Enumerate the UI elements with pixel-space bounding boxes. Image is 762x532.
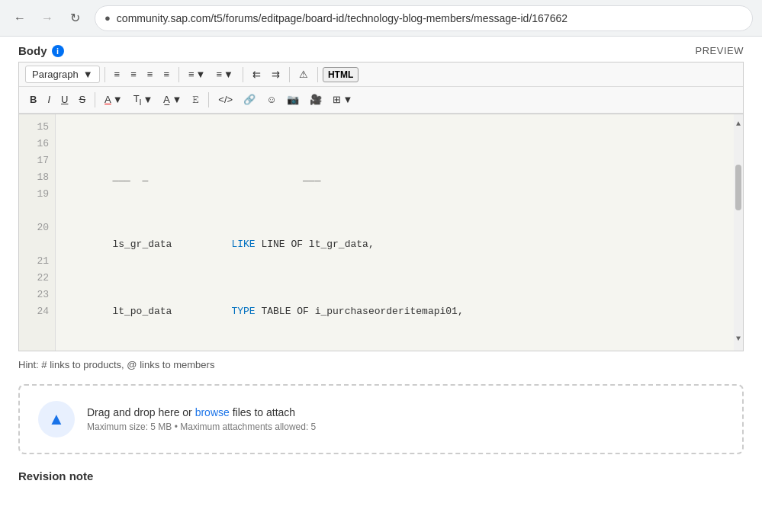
font-family-button[interactable]: A̲ ▼ <box>159 91 186 108</box>
dropdown-arrow-icon: ▼ <box>83 69 93 80</box>
code-line-15: ___ _ ___ <box>65 169 734 186</box>
font-family-arrow: ▼ <box>172 94 182 105</box>
emoji-icon: ☺ <box>266 94 276 105</box>
font-family-icon: A̲ <box>163 94 170 105</box>
photo-button[interactable]: 📷 <box>282 91 304 108</box>
attachment-main-text: Drag and drop here or browse files to at… <box>87 406 316 418</box>
link-icon: 🔗 <box>243 94 256 105</box>
line-num-19: 19 <box>25 186 49 203</box>
line-num-21: 21 <box>25 253 49 270</box>
editor-toolbar: Paragraph ▼ ≡ ≡ ≡ ≡ ≡ ▼ ≡ ▼ <box>18 62 744 114</box>
remove-format-icon: 𝙴 <box>192 94 199 106</box>
italic-icon: I <box>47 94 50 105</box>
line-num-16: 16 <box>25 136 49 152</box>
scroll-down-icon[interactable]: ▼ <box>735 329 742 349</box>
indent-button[interactable]: ⇉ <box>267 66 285 83</box>
line-num-22: 22 <box>25 270 49 287</box>
line-num-blank3 <box>25 320 49 337</box>
toolbar-row-1: Paragraph ▼ ≡ ≡ ≡ ≡ ≡ ▼ ≡ ▼ <box>19 62 743 87</box>
section-header: Body i PREVIEW <box>18 37 744 62</box>
page-content: Body i PREVIEW Paragraph ▼ ≡ ≡ ≡ ≡ <box>0 37 762 486</box>
toolbar-divider-6 <box>95 92 95 107</box>
upload-cloud-icon: ▲ <box>48 409 65 429</box>
body-label: Body <box>18 44 47 57</box>
attachment-area[interactable]: ▲ Drag and drop here or browse files to … <box>18 384 744 454</box>
code-content[interactable]: ___ _ ___ ls_gr_data LIKE LINE OF lt_gr_… <box>56 114 743 351</box>
align-left-icon: ≡ <box>114 69 121 80</box>
scroll-thumb[interactable] <box>735 165 741 210</box>
revision-title: Revision note <box>18 470 744 482</box>
code-icon: </> <box>218 94 233 105</box>
list-unordered-button[interactable]: ≡ ▼ <box>184 66 210 83</box>
table-button[interactable]: ⊞ ▼ <box>328 91 357 108</box>
toolbar-row-2: B I U S A ▼ TI ▼ A̲ ▼ <box>19 87 743 114</box>
list-ordered-button[interactable]: ≡ ▼ <box>211 66 237 83</box>
toolbar-divider-2 <box>178 67 179 82</box>
font-color-icon: A <box>104 94 111 105</box>
code-editor: 15 16 17 18 19 20 21 22 23 24 ___ _ <box>18 114 744 351</box>
after-text: files to attach <box>230 406 295 418</box>
outdent-icon: ⇇ <box>252 69 261 80</box>
font-color-arrow: ▼ <box>113 94 123 105</box>
hint-area: Hint: # links to products, @ links to me… <box>18 351 744 378</box>
code-button[interactable]: </> <box>214 91 237 108</box>
url-input[interactable] <box>117 12 743 24</box>
scroll-up-icon[interactable]: ▲ <box>735 114 742 134</box>
warning-icon: ⚠ <box>299 69 308 80</box>
font-color-button[interactable]: A ▼ <box>100 91 127 108</box>
align-left-button[interactable]: ≡ <box>110 66 125 83</box>
font-size-icon: TI <box>133 93 142 107</box>
strikethrough-icon: S <box>79 94 85 105</box>
table-arrow: ▼ <box>342 94 352 105</box>
list-ul-arrow: ▼ <box>196 69 206 80</box>
italic-button[interactable]: I <box>43 91 55 108</box>
line-num-blank1 <box>25 203 49 220</box>
align-justify-button[interactable]: ≡ <box>159 66 174 83</box>
toolbar-divider-3 <box>243 67 243 82</box>
table-icon: ⊞ <box>333 94 341 105</box>
align-right-icon: ≡ <box>147 69 153 80</box>
strikethrough-button[interactable]: S <box>74 91 90 108</box>
remove-format-button[interactable]: 𝙴 <box>188 91 204 109</box>
warning-button[interactable]: ⚠ <box>294 66 313 83</box>
revision-section: Revision note <box>18 460 744 486</box>
back-button[interactable]: ← <box>9 8 31 29</box>
scrollbar[interactable]: ▲ ▼ <box>734 114 743 351</box>
emoji-button[interactable]: ☺ <box>262 91 281 108</box>
align-center-icon: ≡ <box>130 69 137 80</box>
code-line-16: ls_gr_data LIKE LINE OF lt_gr_data, <box>65 236 734 253</box>
link-button[interactable]: 🔗 <box>239 91 260 108</box>
toolbar-divider-1 <box>104 67 105 82</box>
preview-link[interactable]: PREVIEW <box>696 45 744 56</box>
list-ol-arrow: ▼ <box>223 69 233 80</box>
font-size-button[interactable]: TI ▼ <box>129 90 158 110</box>
reload-button[interactable]: ↻ <box>64 8 85 29</box>
video-button[interactable]: 🎥 <box>305 91 326 108</box>
line-num-23: 23 <box>25 287 49 303</box>
line-num-17: 17 <box>25 152 49 169</box>
toolbar-divider-4 <box>289 67 290 82</box>
browse-link[interactable]: browse <box>195 406 230 418</box>
lock-icon: ● <box>104 12 111 24</box>
outdent-button[interactable]: ⇇ <box>248 66 265 83</box>
section-title: Body i <box>18 44 64 57</box>
underline-button[interactable]: U <box>56 91 72 108</box>
attach-meta: Maximum size: 5 MB • Maximum attachments… <box>87 421 316 432</box>
paragraph-dropdown[interactable]: Paragraph ▼ <box>25 66 100 83</box>
attachment-text-block: Drag and drop here or browse files to at… <box>87 406 316 432</box>
browser-chrome: ← → ↻ ● <box>0 0 762 37</box>
nav-buttons: ← → ↻ <box>9 8 85 29</box>
bold-button[interactable]: B <box>25 91 41 108</box>
html-button[interactable]: HTML <box>323 67 358 82</box>
list-ul-icon: ≡ <box>188 69 195 80</box>
line-num-blank2 <box>25 236 49 253</box>
align-center-button[interactable]: ≡ <box>126 66 141 83</box>
toolbar-divider-5 <box>317 67 318 82</box>
indent-icon: ⇉ <box>272 69 280 80</box>
font-size-arrow: ▼ <box>143 94 153 105</box>
upload-icon-wrap: ▲ <box>38 401 75 437</box>
code-line-17: lt_po_data TYPE TABLE OF i_purchaseorder… <box>65 303 734 320</box>
align-right-button[interactable]: ≡ <box>143 66 158 83</box>
forward-button[interactable]: → <box>37 8 58 29</box>
video-icon: 🎥 <box>310 94 322 105</box>
